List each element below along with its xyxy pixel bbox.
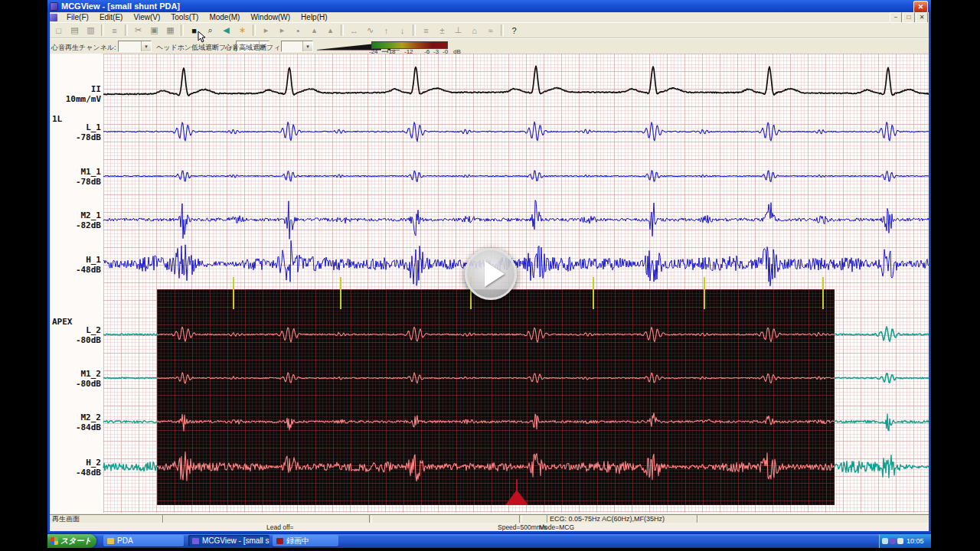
channel-label-h_1: H_1-48dB (47, 255, 101, 275)
task-button-2[interactable]: 録画中 (273, 535, 338, 546)
back-arrow-icon[interactable]: ◀ (218, 23, 234, 37)
paste-icon[interactable]: ▦ (162, 23, 178, 37)
channel-name: H_2 (47, 458, 101, 468)
cut-icon[interactable]: ✂ (130, 23, 146, 37)
main-toolbar: □▤▥≡✂▣▦■⌕◀∗▸▸▪▴▴↔∿↑↓≡±⊥⌂≈? (47, 22, 931, 38)
trace-m1_1 (103, 171, 929, 182)
highcut-filter-select[interactable]: ▼ (281, 41, 313, 52)
smooth-icon[interactable]: ≈ (482, 23, 498, 37)
taskbar-clock: 10:05 (906, 537, 924, 545)
open-file-icon[interactable]: ▤ (67, 23, 83, 37)
title-bar: MCGView - [small shunt PDA] ✕ (47, 0, 931, 12)
copy-icon[interactable]: ▣ (146, 23, 162, 37)
up-icon[interactable]: ▴ (306, 23, 322, 37)
menu-item-mode[interactable]: Mode(M) (204, 12, 245, 22)
status-lead-off: Lead off= (266, 523, 294, 531)
toolbar-separator (501, 24, 504, 36)
start-button[interactable]: スタート (47, 534, 96, 548)
scale-icon[interactable]: ± (434, 23, 450, 37)
layout-icon[interactable]: ≡ (418, 23, 434, 37)
position-marker[interactable] (505, 490, 528, 505)
baseline-icon[interactable]: ⊥ (450, 23, 466, 37)
tray-icon-3[interactable] (897, 538, 903, 544)
lower-icon[interactable]: ↓ (394, 23, 410, 37)
close-button[interactable]: ✕ (913, 1, 928, 13)
chevron-down-icon: ▼ (141, 41, 151, 51)
marker-icon[interactable]: ∗ (234, 23, 250, 37)
trace-m2_2-inner (103, 413, 929, 432)
task-button-1[interactable]: MCGView - [small s... (188, 535, 270, 546)
toolbar-separator (253, 24, 256, 36)
channel-label-m2_2: M2_2-84dB (47, 412, 101, 432)
task-label: PDA (117, 536, 133, 545)
menu-item-help[interactable]: Help(H) (296, 12, 332, 22)
mdi-restore-button[interactable]: □ (903, 12, 915, 23)
wave-icon[interactable]: ∿ (362, 23, 378, 37)
channel-name: H_1 (47, 255, 101, 265)
channel-label-l_2: L_2-80dB (47, 325, 101, 345)
span-icon[interactable]: ↔ (346, 23, 362, 37)
channel-gain: -48dB (47, 468, 101, 478)
channel-label-ii: II10mm/mV (47, 84, 101, 104)
home-icon[interactable]: ⌂ (466, 23, 482, 37)
task-icon (192, 538, 199, 544)
trace-l_1 (103, 122, 929, 142)
task-label: 録画中 (286, 536, 309, 546)
toolbar-separator (125, 24, 128, 36)
app-icon (50, 2, 58, 11)
channel-name: M2_2 (47, 412, 101, 422)
top-icon[interactable]: ▴ (322, 23, 338, 37)
taskbar: スタート PDAMCGView - [small s...録画中 10:05 (47, 534, 931, 548)
channel-name: M1_1 (47, 167, 101, 177)
mdi-minimize-button[interactable]: − (890, 12, 902, 23)
channel-label-m1_2: M1_2-80dB (47, 369, 101, 389)
combo-value (119, 41, 141, 51)
status-bar-lower: Lead off= Speed=500mm/s Mode=MCG (47, 523, 931, 531)
tray-icon-1[interactable] (882, 538, 888, 544)
audio-toolbar: 心音再生チャンネル: ▼ ヘッドホン低域遮断フィルタ: ▼ 心音高域遮断フィルタ… (47, 38, 931, 54)
fast-forward-icon[interactable]: ▸ (274, 23, 290, 37)
help-icon[interactable]: ? (506, 23, 522, 37)
new-file-icon[interactable]: □ (51, 23, 67, 37)
trace-m2_1 (103, 201, 929, 240)
window-right-border (929, 12, 931, 531)
menu-item-tools[interactable]: Tools(T) (165, 12, 204, 22)
raise-icon[interactable]: ↑ (378, 23, 394, 37)
channel-gain: -78dB (47, 132, 101, 142)
task-icon (107, 538, 114, 544)
play-triangle-icon (485, 261, 505, 287)
windows-logo-icon (51, 537, 58, 545)
channel-gain: -82dB (47, 220, 101, 230)
task-icon (276, 538, 283, 544)
menu-item-view[interactable]: View(V) (128, 12, 165, 22)
mdi-close-button[interactable]: ✕ (916, 12, 928, 23)
channel-name: II (47, 84, 101, 94)
channel-label-m2_1: M2_1-82dB (47, 210, 101, 230)
playback-channel-select[interactable]: ▼ (118, 41, 152, 52)
trace-m1_2-inner (103, 373, 929, 383)
save-icon[interactable]: ▥ (83, 23, 99, 37)
mdi-controls: − □ ✕ (890, 12, 928, 23)
start-label: スタート (60, 536, 92, 546)
menu-item-file[interactable]: File(F) (61, 12, 94, 22)
letterbox-stage: MCGView - [small shunt PDA] ✕ File(F)Edi… (0, 0, 980, 551)
print-icon[interactable]: ≡ (106, 23, 122, 37)
play-icon[interactable]: ▸ (258, 23, 274, 37)
channel-label-h_2: H_2-48dB (47, 458, 101, 478)
trace-h_2-outer (103, 452, 929, 481)
tray-icon-2[interactable] (890, 538, 896, 544)
toolbar-separator (181, 24, 184, 36)
toolbar-separator (341, 24, 344, 36)
menu-item-edit[interactable]: Edit(E) (94, 12, 129, 22)
toolbar-separator (413, 24, 416, 36)
chevron-down-icon: ▼ (302, 41, 312, 51)
channel-gain: -80dB (47, 335, 101, 345)
menu-bar: File(F)Edit(E)View(V)Tools(T)Mode(M)Wind… (47, 12, 931, 23)
pause-icon[interactable]: ▪ (290, 23, 306, 37)
task-button-0[interactable]: PDA (103, 535, 184, 546)
status-mode: Mode=MCG (539, 523, 574, 531)
video-play-button[interactable] (465, 248, 517, 300)
menu-item-window[interactable]: Window(W) (245, 12, 296, 22)
channel-gain: -80dB (47, 379, 101, 389)
window-left-border (47, 12, 50, 531)
